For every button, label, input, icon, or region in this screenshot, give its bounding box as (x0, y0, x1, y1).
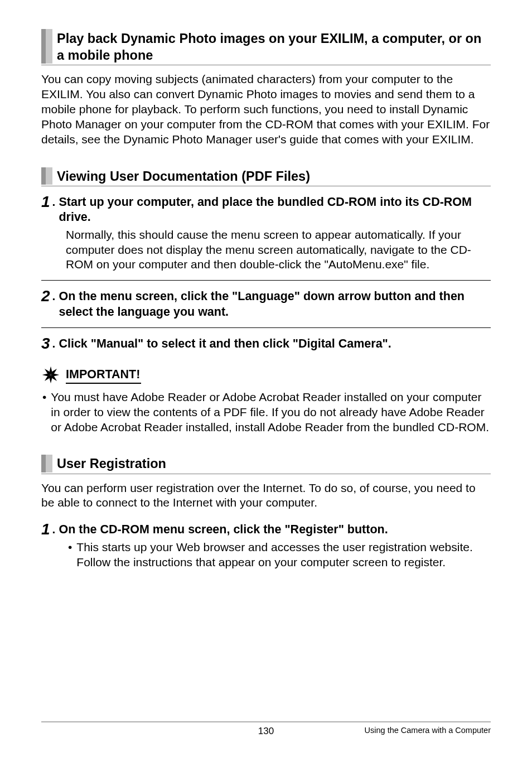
step-divider (41, 327, 491, 328)
step-title: Start up your computer, and place the bu… (59, 195, 491, 225)
step-sub-bullet: • This starts up your Web browser and ac… (67, 540, 491, 570)
important-label: IMPORTANT! (66, 368, 141, 384)
step-head: 3. Click "Manual" to select it and then … (41, 335, 491, 352)
step-head: 1. On the CD-ROM menu screen, click the … (41, 520, 491, 538)
section3-body: You can perform user registration over t… (41, 481, 491, 511)
step-3: 3. Click "Manual" to select it and then … (41, 335, 491, 352)
heading-user-registration: User Registration (41, 455, 491, 474)
step-head: 1. Start up your computer, and place the… (41, 193, 491, 225)
important-callout: IMPORTANT! (41, 365, 491, 387)
heading-viewing-docs: Viewing User Documentation (PDF Files) (41, 167, 491, 186)
step-1: 1. Start up your computer, and place the… (41, 193, 491, 273)
heading-text: User Registration (57, 455, 166, 472)
step-dot: . (52, 195, 59, 209)
step-title: Click "Manual" to select it and then cli… (59, 336, 391, 352)
step-register: 1. On the CD-ROM menu screen, click the … (41, 520, 491, 570)
step-divider (41, 280, 491, 281)
heading-bar-dark (41, 455, 46, 472)
heading-bar-light (46, 455, 52, 472)
heading-bar-dark (41, 29, 46, 64)
bullet-dot: • (41, 390, 51, 435)
step-sub-text: This starts up your Web browser and acce… (76, 540, 491, 570)
step-number: 2 (41, 288, 52, 304)
page-number: 130 (192, 726, 340, 737)
step-head: 2. On the menu screen, click the "Langua… (41, 287, 491, 320)
heading-text: Viewing User Documentation (PDF Files) (57, 167, 310, 185)
heading-bar-light (46, 29, 52, 64)
step-number: 1 (41, 522, 52, 537)
heading-text: Play back Dynamic Photo images on your E… (57, 29, 491, 64)
step-dot: . (52, 523, 59, 536)
bullet-dot: • (67, 540, 76, 570)
important-icon (41, 365, 60, 387)
chapter-title: Using the Camera with a Computer (342, 726, 491, 735)
step-title: On the CD-ROM menu screen, click the "Re… (59, 522, 388, 538)
page-footer: 130 Using the Camera with a Computer (41, 721, 491, 737)
step-body: Normally, this should cause the menu scr… (66, 228, 491, 273)
heading-bar-light (46, 167, 52, 185)
important-body: You must have Adobe Reader or Adobe Acro… (51, 390, 491, 435)
step-2: 2. On the menu screen, click the "Langua… (41, 287, 491, 320)
step-title: On the menu screen, click the "Language"… (59, 289, 491, 320)
heading-bar-dark (41, 167, 46, 185)
step-number: 3 (41, 336, 52, 351)
important-bullet: • You must have Adobe Reader or Adobe Ac… (41, 390, 491, 435)
step-dot: . (52, 337, 59, 350)
section1-body: You can copy moving subjects (animated c… (41, 72, 491, 147)
heading-playback: Play back Dynamic Photo images on your E… (41, 29, 491, 65)
step-number: 1 (41, 194, 52, 210)
step-dot: . (52, 290, 59, 303)
